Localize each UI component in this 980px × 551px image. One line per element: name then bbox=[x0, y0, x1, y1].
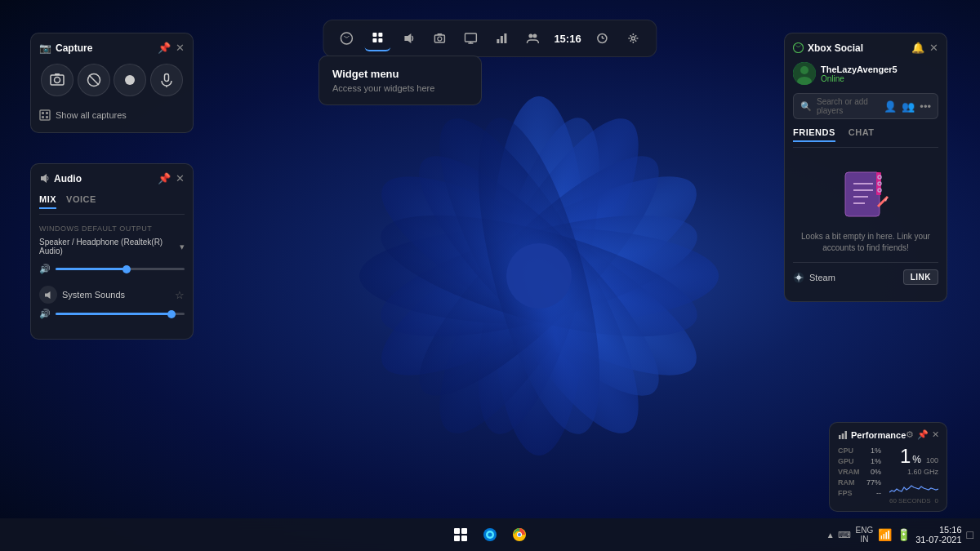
tab-chat[interactable]: CHAT bbox=[849, 127, 875, 142]
vram-label: VRAM bbox=[838, 468, 860, 476]
close-perf-icon[interactable]: ✕ bbox=[932, 429, 939, 440]
system-sounds-favorite-icon[interactable]: ☆ bbox=[175, 289, 185, 301]
clock-time: 15:16 bbox=[939, 525, 962, 535]
svg-rect-19 bbox=[434, 35, 444, 42]
xbox-notifications-icon[interactable]: 🔔 bbox=[911, 42, 924, 54]
tab-voice[interactable]: VOICE bbox=[66, 194, 96, 209]
svg-rect-45 bbox=[42, 116, 44, 118]
show-all-captures-button[interactable]: Show all captures bbox=[39, 106, 185, 124]
xbox-search-row[interactable]: 🔍 Search or add players 👤 👥 ••• bbox=[793, 93, 938, 119]
svg-rect-71 bbox=[461, 528, 467, 534]
taskbar-chrome-icon[interactable] bbox=[506, 522, 532, 548]
no-capture-button[interactable] bbox=[78, 64, 110, 96]
perf-settings-icon[interactable]: ⚙ bbox=[906, 429, 914, 440]
tab-friends[interactable]: FRIENDS bbox=[793, 127, 835, 142]
gamebar-navigation: 15:16 bbox=[323, 20, 657, 57]
nav-capture-icon[interactable] bbox=[426, 25, 452, 51]
svg-point-28 bbox=[528, 34, 532, 38]
xbox-steam-link-row: Steam LINK bbox=[793, 262, 938, 285]
main-volume-track[interactable] bbox=[56, 268, 185, 270]
svg-rect-21 bbox=[437, 33, 442, 35]
more-options-icon[interactable]: ••• bbox=[920, 100, 931, 113]
ram-label: RAM bbox=[838, 478, 855, 487]
svg-rect-22 bbox=[465, 33, 476, 42]
cpu-label: CPU bbox=[838, 447, 853, 455]
wifi-icon[interactable]: 📶 bbox=[878, 528, 892, 541]
main-volume-thumb[interactable] bbox=[122, 265, 131, 273]
camera-icon: 📷 bbox=[39, 42, 51, 54]
audio-device-dropdown-icon[interactable]: ▾ bbox=[180, 242, 185, 252]
svg-point-29 bbox=[532, 34, 537, 38]
perf-panel-title: Performance bbox=[838, 430, 906, 440]
perf-fps-row: FPS -- bbox=[838, 489, 881, 497]
fps-label: FPS bbox=[838, 489, 853, 497]
ram-value: 77% bbox=[866, 478, 881, 487]
perf-metrics-right: 1 % 100 1.60 GHz 60 SECONDS 0 bbox=[889, 447, 938, 504]
add-friend-icon[interactable]: 👤 bbox=[884, 100, 897, 113]
perf-metrics-left: CPU 1% GPU 1% VRAM 0% RAM 77% FPS -- bbox=[838, 447, 881, 504]
perf-vram-row: VRAM 0% bbox=[838, 468, 881, 476]
notification-icon[interactable]: □ bbox=[967, 528, 973, 541]
svg-rect-70 bbox=[454, 528, 460, 534]
screenshot-button[interactable] bbox=[41, 64, 74, 96]
system-sounds-thumb[interactable] bbox=[167, 310, 176, 318]
keyboard-icon[interactable]: ⌨ bbox=[838, 530, 851, 540]
audio-tabs-row: MIX VOICE bbox=[39, 194, 185, 215]
perf-pin-icon[interactable]: 📌 bbox=[917, 429, 929, 440]
svg-rect-67 bbox=[839, 435, 841, 439]
audio-header-actions: 📌 ✕ bbox=[158, 172, 185, 184]
svg-rect-16 bbox=[372, 38, 376, 42]
show-captures-label: Show all captures bbox=[56, 110, 127, 120]
battery-icon[interactable]: 🔋 bbox=[897, 528, 911, 541]
chevron-up-icon[interactable]: ▲ bbox=[826, 531, 835, 540]
capture-panel: 📷 Capture 📌 ✕ bbox=[30, 33, 194, 133]
svg-line-38 bbox=[89, 75, 99, 85]
nav-widget-icon[interactable] bbox=[364, 25, 390, 51]
svg-marker-18 bbox=[404, 33, 411, 43]
perf-cpu-row: CPU 1% bbox=[838, 447, 881, 455]
gamebar-time: 15:16 bbox=[550, 33, 584, 45]
xbox-username: TheLazyAvenger5 bbox=[821, 64, 898, 74]
capture-buttons-row bbox=[39, 64, 185, 96]
svg-point-33 bbox=[632, 37, 635, 40]
system-sounds-row: System Sounds ☆ bbox=[39, 286, 185, 304]
performance-panel: Performance ⚙ 📌 ✕ CPU 1% GPU 1% VRAM 0% … bbox=[829, 422, 947, 512]
nav-audio-icon[interactable] bbox=[395, 25, 421, 51]
taskbar-clock[interactable]: 15:16 31-07-2021 bbox=[915, 525, 961, 544]
start-button[interactable] bbox=[448, 522, 474, 548]
svg-point-49 bbox=[794, 43, 804, 53]
link-button[interactable]: LINK bbox=[903, 269, 938, 285]
nav-stats-icon[interactable] bbox=[488, 25, 514, 51]
perf-big-pct: % bbox=[912, 454, 921, 465]
region-label: IN bbox=[860, 535, 868, 544]
nav-display-icon[interactable] bbox=[457, 25, 483, 51]
record-button[interactable] bbox=[114, 64, 146, 96]
pin-audio-icon[interactable]: 📌 bbox=[158, 172, 171, 184]
nav-xbox-icon[interactable] bbox=[333, 25, 359, 51]
nav-party-icon[interactable] bbox=[519, 25, 546, 51]
mic-button[interactable] bbox=[150, 64, 183, 96]
svg-rect-40 bbox=[164, 74, 168, 82]
system-sounds-track[interactable] bbox=[56, 313, 185, 315]
audio-panel-header: Audio 📌 ✕ bbox=[39, 172, 185, 184]
clock-date: 31-07-2021 bbox=[915, 535, 961, 544]
xbox-avatar bbox=[793, 62, 816, 85]
nav-settings-icon[interactable] bbox=[621, 25, 647, 51]
xbox-user-info: TheLazyAvenger5 Online bbox=[821, 64, 898, 83]
main-volume-fill bbox=[56, 268, 127, 270]
system-sounds-mute-button[interactable] bbox=[39, 286, 57, 304]
xbox-panel-header: Xbox Social 🔔 ✕ bbox=[793, 42, 938, 54]
taskbar-browser-icon[interactable] bbox=[477, 522, 503, 548]
close-audio-icon[interactable]: ✕ bbox=[176, 172, 185, 184]
svg-marker-47 bbox=[41, 174, 47, 183]
nav-watch-icon[interactable] bbox=[590, 25, 616, 51]
tab-mix[interactable]: MIX bbox=[39, 194, 56, 209]
xbox-status: Online bbox=[821, 74, 898, 83]
perf-frequency: 1.60 GHz bbox=[907, 468, 938, 476]
close-xbox-icon[interactable]: ✕ bbox=[929, 42, 938, 54]
capture-header-actions: 📌 ✕ bbox=[158, 42, 185, 54]
svg-rect-44 bbox=[46, 112, 48, 114]
close-capture-icon[interactable]: ✕ bbox=[176, 42, 185, 54]
pin-capture-icon[interactable]: 📌 bbox=[158, 42, 171, 54]
group-icon[interactable]: 👥 bbox=[902, 100, 915, 113]
